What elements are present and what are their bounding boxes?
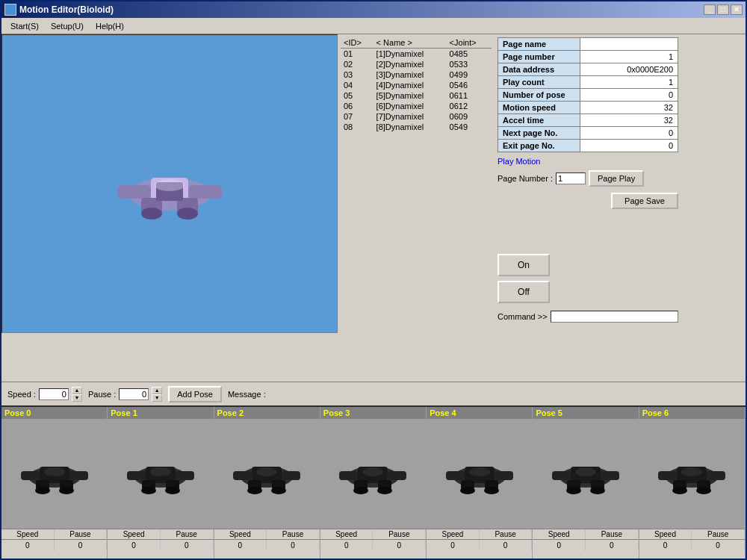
svg-rect-31 [282,471,300,480]
joint-name: [8]Dynamixel [374,122,447,132]
speed-val-1: 0 [108,540,161,551]
svg-point-18 [44,467,65,476]
svg-point-9 [155,179,185,191]
speed-val-3: 0 [320,540,374,551]
joint-id: 05 [341,90,374,101]
svg-rect-39 [339,471,358,480]
pose-footer-header-4: Speed Pause [427,529,532,540]
close-button[interactable]: ✕ [731,4,743,15]
pose-cell-1[interactable]: Pose 1 [108,407,214,529]
message-label: Message : [228,390,266,399]
menu-setup[interactable]: Setup(U) [45,20,90,32]
svg-point-61 [566,487,581,494]
joint-row[interactable]: 01 [1]Dynamixel 0485 [341,49,492,60]
speed-up-arrow[interactable]: ▲ [72,387,82,394]
prop-label: Number of pose [498,89,580,102]
prop-value [580,38,678,51]
svg-point-43 [353,487,368,494]
maximize-button[interactable]: □ [717,4,729,15]
on-button[interactable]: On [498,254,550,276]
page-play-button[interactable]: Page Play [589,170,644,187]
joint-id: 03 [341,69,374,80]
joint-row[interactable]: 07 [7]Dynamixel 0609 [341,111,492,122]
joint-name: [6]Dynamixel [374,101,447,111]
prop-value: 0 [580,127,678,140]
command-input[interactable] [551,311,678,323]
pose-cell-2[interactable]: Pose 2 [214,407,320,529]
speed-val-6: 0 [639,540,692,551]
pause-input[interactable] [119,388,149,400]
svg-point-34 [247,487,262,494]
prop-label: Page name [498,38,580,51]
joint-row[interactable]: 05 [5]Dynamixel 0611 [341,90,492,101]
svg-rect-49 [495,471,513,480]
pose-cell-5[interactable]: Pose 5 [533,407,639,529]
pause-group: Pause : ▲ ▼ [88,387,162,402]
svg-rect-21 [127,471,146,480]
pose-footer-cell-4: Speed Pause 0 0 [427,529,533,559]
pose-cell-0[interactable]: Pose 0 [1,407,108,529]
joint-id: 06 [341,101,374,111]
joint-row[interactable]: 03 [3]Dynamixel 0499 [341,69,492,80]
pause-col-header: Pause [161,529,214,539]
pose-footer-vals-2: 0 0 [214,540,320,551]
pose-footer-vals-0: 0 0 [1,540,107,551]
svg-point-26 [165,487,180,494]
play-motion-label: Play Motion [498,152,678,167]
minimize-button[interactable]: _ [704,4,716,15]
pause-up-arrow[interactable]: ▲ [152,387,162,394]
prop-value: 32 [580,102,678,114]
pause-col-header: Pause [692,529,745,539]
joint-value: 0612 [447,101,492,111]
command-label: Command >> [498,312,548,321]
svg-point-17 [59,487,74,494]
pose-footer-vals-1: 0 0 [108,540,213,551]
svg-rect-58 [601,471,619,480]
speed-input[interactable] [39,388,69,400]
speed-down-arrow[interactable]: ▼ [72,394,82,402]
joint-tbody: 01 [1]Dynamixel 0485 02 [2]Dynamixel 053… [341,49,492,133]
speed-col-header: Speed [639,529,692,539]
joint-col-joint: <Joint> [447,37,492,49]
speed-val-2: 0 [214,540,267,551]
title-bar-controls: _ □ ✕ [704,4,743,15]
svg-point-54 [469,467,490,476]
svg-point-71 [696,487,711,494]
joint-row[interactable]: 02 [2]Dynamixel 0533 [341,59,492,69]
pause-label: Pause : [88,390,116,399]
props-row: Play count 1 [498,76,678,89]
svg-rect-57 [552,471,571,480]
page-save-button[interactable]: Page Save [611,193,678,209]
speed-col-header: Speed [533,529,586,539]
pose-cell-3[interactable]: Pose 3 [320,407,427,529]
menu-start[interactable]: Start(S) [4,20,45,32]
joint-row[interactable]: 08 [8]Dynamixel 0549 [341,122,492,132]
page-number-input[interactable] [556,172,586,184]
joint-id: 04 [341,80,374,90]
pause-down-arrow[interactable]: ▼ [152,394,162,402]
pose-footer-cell-6: Speed Pause 0 0 [639,529,746,559]
joint-id: 07 [341,111,374,122]
pose-cell-4[interactable]: Pose 4 [427,407,533,529]
pause-val-6: 0 [692,540,745,551]
joint-row[interactable]: 06 [6]Dynamixel 0612 [341,101,492,111]
speed-col-header: Speed [108,529,161,539]
joint-col-id: <ID> [341,37,374,49]
pause-col-header: Pause [373,529,426,539]
menu-bar: Start(S) Setup(U) Help(H) [1,18,746,34]
properties-table: Page name Page number 1 Data address 0x0… [498,37,678,152]
joint-row[interactable]: 04 [4]Dynamixel 0546 [341,80,492,90]
joint-value: 0609 [447,111,492,122]
app-icon [4,4,16,16]
joint-name: [7]Dynamixel [374,111,447,122]
svg-point-63 [575,467,596,476]
prop-value: 0 [580,89,678,102]
svg-rect-66 [658,471,677,480]
off-button[interactable]: Off [498,281,550,303]
pose-cell-6[interactable]: Pose 6 [639,407,746,529]
props-row: Page name [498,38,678,51]
joint-value: 0533 [447,59,492,69]
pose-footer-vals-4: 0 0 [427,540,532,551]
menu-help[interactable]: Help(H) [90,20,130,32]
add-pose-button[interactable]: Add Pose [168,386,222,402]
